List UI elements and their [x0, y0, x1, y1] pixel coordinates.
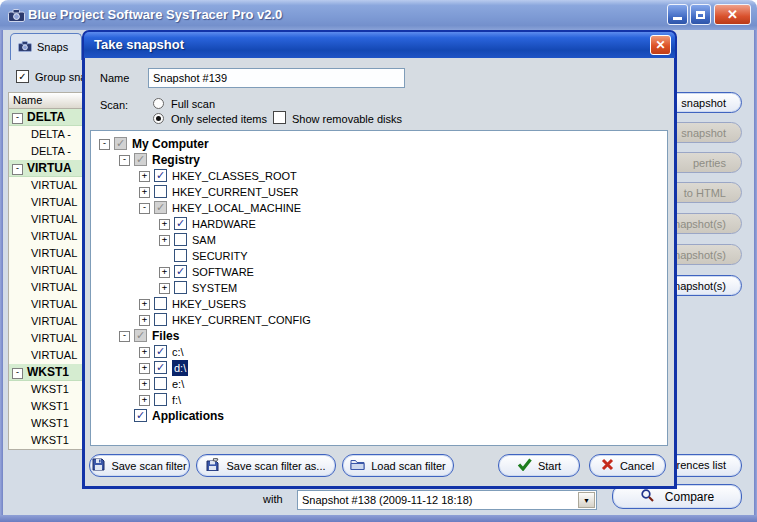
dialog-title: Take snapshot	[94, 37, 184, 52]
tree-item-system[interactable]: +SYSTEM	[91, 280, 667, 296]
tree-item-software[interactable]: +✓SOFTWARE	[91, 264, 667, 280]
collapse-icon[interactable]: -	[12, 164, 23, 175]
collapse-icon[interactable]: -	[139, 203, 150, 214]
list-row-label: VIRTUAL	[9, 332, 77, 344]
tree-checkbox-unchecked[interactable]	[174, 281, 187, 294]
list-row-label: WKST1	[9, 383, 69, 395]
tree-checkbox-checked[interactable]: ✓	[154, 361, 167, 374]
dialog-close-button[interactable]: ✕	[650, 35, 671, 55]
dialog-titlebar[interactable]: Take snapshot ✕	[84, 32, 675, 58]
tree-item-d[interactable]: +✓d:\	[91, 360, 667, 376]
tree-item-registry[interactable]: -✓Registry	[91, 152, 667, 168]
tree-label: SOFTWARE	[192, 264, 254, 280]
magnifier-icon	[640, 488, 655, 506]
list-row-label: DELTA -	[9, 145, 71, 157]
tree-item-my-computer[interactable]: -✓My Computer	[91, 136, 667, 152]
load-scan-filter-button[interactable]: Load scan filter	[342, 454, 454, 477]
collapse-icon[interactable]: -	[99, 139, 110, 150]
window-border-left	[0, 30, 3, 522]
tree-item-applications[interactable]: ✓Applications	[91, 408, 667, 424]
collapse-icon[interactable]: -	[12, 113, 23, 124]
tree-checkbox-unchecked[interactable]	[154, 297, 167, 310]
tree-item-hkey-users[interactable]: +HKEY_USERS	[91, 296, 667, 312]
cancel-icon	[601, 458, 614, 473]
full-scan-radio[interactable]	[153, 98, 164, 109]
tree-item-hkey-classes-root[interactable]: +✓HKEY_CLASSES_ROOT	[91, 168, 667, 184]
tree-item-hkey-current-user[interactable]: +HKEY_CURRENT_USER	[91, 184, 667, 200]
tree-item-hkey-current-config[interactable]: +HKEY_CURRENT_CONFIG	[91, 312, 667, 328]
minimize-button[interactable]	[667, 4, 688, 25]
expand-icon[interactable]: +	[139, 299, 150, 310]
close-icon: ✕	[727, 7, 738, 22]
only-selected-items-radio[interactable]	[153, 113, 164, 124]
tree-checkbox-checked[interactable]: ✓	[154, 345, 167, 358]
expand-icon[interactable]: +	[139, 347, 150, 358]
expand-icon[interactable]: +	[159, 235, 170, 246]
tree-checkbox-unchecked[interactable]	[174, 249, 187, 262]
start-label: Start	[538, 460, 561, 472]
tree-item-e[interactable]: +e:\	[91, 376, 667, 392]
save-scan-filter-as-button[interactable]: Save scan filter as...	[196, 454, 336, 477]
maximize-button[interactable]	[690, 4, 711, 25]
tree-checkbox-unchecked[interactable]	[154, 377, 167, 390]
list-row-label: VIRTUAL	[9, 213, 77, 225]
list-row-label: WKST1	[27, 365, 69, 379]
titlebar[interactable]: Blue Project Software SysTracer Pro v2.0…	[0, 0, 757, 30]
cancel-label: Cancel	[620, 460, 654, 472]
folder-icon	[350, 459, 365, 473]
tree-checkbox-checked[interactable]: ✓	[174, 265, 187, 278]
close-button[interactable]: ✕	[714, 4, 751, 25]
expand-icon[interactable]: +	[159, 267, 170, 278]
camera-icon	[8, 8, 25, 26]
tree-checkbox-checked[interactable]: ✓	[134, 409, 147, 422]
tree-item-hkey-local-machine[interactable]: -✓HKEY_LOCAL_MACHINE	[91, 200, 667, 216]
chevron-down-icon[interactable]: ▼	[578, 492, 595, 508]
tree-item-hardware[interactable]: +✓HARDWARE	[91, 216, 667, 232]
list-row-label: VIRTUAL	[9, 179, 77, 191]
start-button[interactable]: Start	[498, 454, 580, 477]
tree-label: c:\	[172, 344, 184, 360]
tree-checkbox-unchecked[interactable]	[174, 233, 187, 246]
expand-icon[interactable]: +	[159, 219, 170, 230]
expand-icon[interactable]: +	[139, 379, 150, 390]
collapse-icon[interactable]: -	[119, 331, 130, 342]
snapshot-name-input[interactable]	[148, 68, 405, 88]
group-snapshots-label: Group sna	[35, 71, 86, 83]
tree-item-c[interactable]: +✓c:\	[91, 344, 667, 360]
tree-item-security[interactable]: SECURITY	[91, 248, 667, 264]
expand-icon[interactable]: +	[159, 283, 170, 294]
tree-checkbox-checked[interactable]: ✓	[154, 169, 167, 182]
checked-checkbox-icon[interactable]: ✓	[16, 70, 29, 83]
tree-checkbox-unchecked[interactable]	[154, 313, 167, 326]
tree-checkbox-checked[interactable]: ✓	[174, 217, 187, 230]
tab-snapshots[interactable]: Snaps	[10, 33, 82, 60]
tree-item-files[interactable]: -✓Files	[91, 328, 667, 344]
save-scan-filter-button[interactable]: Save scan filter	[89, 454, 190, 477]
cancel-button[interactable]: Cancel	[589, 454, 666, 477]
check-icon	[517, 458, 532, 473]
tree-checkbox-unchecked[interactable]	[154, 185, 167, 198]
tree-checkbox-partial[interactable]: ✓	[114, 137, 127, 150]
expand-icon[interactable]: +	[139, 187, 150, 198]
tree-item-sam[interactable]: +SAM	[91, 232, 667, 248]
group-snapshots-option[interactable]: ✓ Group sna	[16, 70, 86, 83]
tree-item-f[interactable]: +f:\	[91, 392, 667, 408]
tree-checkbox-partial[interactable]: ✓	[134, 153, 147, 166]
compare-with-combobox[interactable]: Snapshot #138 (2009-11-12 18:18) ▼	[297, 490, 597, 510]
expand-icon[interactable]: +	[139, 315, 150, 326]
camera-icon	[18, 41, 32, 54]
expand-icon[interactable]: +	[139, 171, 150, 182]
tree-checkbox-unchecked[interactable]	[154, 393, 167, 406]
tree-label: HKEY_CURRENT_USER	[172, 184, 299, 200]
with-label: with	[263, 493, 283, 505]
take-snapshot-dialog: Take snapshot ✕ Name Scan: Full scan Onl…	[82, 30, 677, 489]
tree-checkbox-partial[interactable]: ✓	[154, 201, 167, 214]
expand-icon[interactable]: +	[139, 363, 150, 374]
expand-icon[interactable]: +	[139, 395, 150, 406]
collapse-icon[interactable]: -	[119, 155, 130, 166]
collapse-icon[interactable]: -	[12, 368, 23, 379]
list-row-label: WKST1	[9, 417, 69, 429]
show-removable-disks-checkbox[interactable]	[273, 111, 286, 124]
tree-label: SECURITY	[192, 248, 248, 264]
tree-checkbox-partial[interactable]: ✓	[134, 329, 147, 342]
